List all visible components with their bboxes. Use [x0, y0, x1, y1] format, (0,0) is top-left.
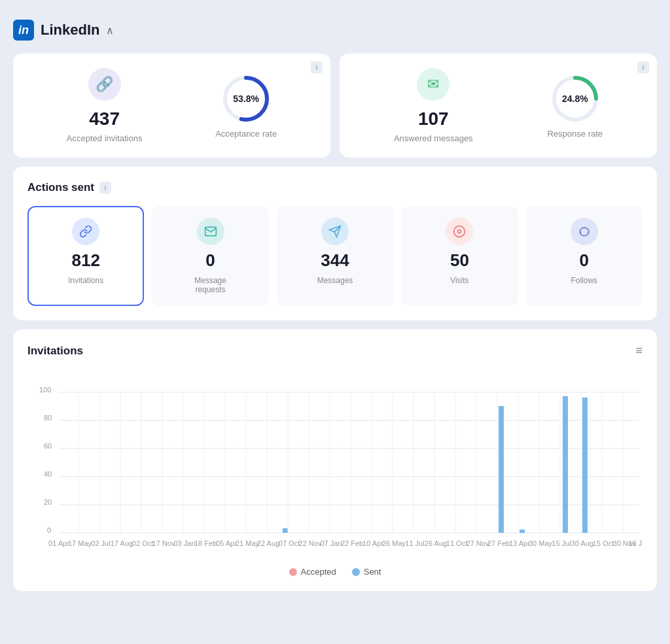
acceptance-rate-label: Acceptance rate [215, 129, 277, 139]
response-rate-stat: 24.8% Response rate [547, 73, 603, 139]
svg-text:17 Aug: 17 Aug [111, 539, 133, 547]
svg-text:22 Nov: 22 Nov [299, 539, 322, 547]
actions-section: Actions sent i 812 Invitations [13, 167, 657, 320]
svg-text:16 Jan: 16 Jan [628, 539, 643, 547]
svg-text:07 Oct: 07 Oct [279, 539, 300, 547]
response-rate-label: Response rate [547, 129, 603, 139]
answered-messages-value: 107 [418, 109, 449, 129]
svg-text:80: 80 [44, 414, 52, 422]
legend-sent: Sent [352, 567, 381, 577]
svg-point-6 [454, 226, 465, 237]
svg-rect-21 [499, 406, 504, 533]
svg-text:27 Feb: 27 Feb [487, 539, 510, 547]
svg-text:10 Apr: 10 Apr [362, 539, 383, 547]
follows-label: Follows [571, 276, 597, 285]
legend-accepted: Accepted [289, 567, 336, 577]
accepted-invitations-label: Accepted invitations [67, 133, 143, 143]
visits-action-icon [446, 218, 473, 245]
chevron-up-icon[interactable]: ∧ [106, 24, 114, 37]
actions-info-icon[interactable]: i [99, 182, 111, 194]
linkedin-icon: in [13, 20, 34, 41]
svg-text:13 Apr: 13 Apr [509, 539, 530, 547]
action-card-visits[interactable]: 50 Visits [401, 206, 518, 306]
answered-messages-stat: ✉ 107 Answered messages [394, 68, 473, 143]
actions-section-header: Actions sent i [27, 181, 643, 194]
message-requests-count: 0 [205, 250, 215, 271]
svg-text:30 May: 30 May [529, 539, 553, 547]
svg-text:21 May: 21 May [236, 539, 260, 547]
response-rate-progress: 24.8% [549, 73, 601, 125]
svg-rect-20 [283, 528, 288, 533]
invitations-info-icon[interactable]: i [311, 61, 323, 73]
follows-action-icon [571, 218, 598, 245]
svg-rect-22 [520, 530, 525, 533]
message-icon: ✉ [417, 68, 450, 101]
sent-legend-label: Sent [364, 567, 381, 577]
svg-text:20: 20 [44, 498, 52, 506]
messages-count: 344 [321, 250, 349, 271]
chart-title: Invitations [27, 345, 83, 358]
svg-text:03 Jan: 03 Jan [173, 539, 195, 547]
svg-text:02 Oct: 02 Oct [132, 539, 153, 547]
svg-text:22 Feb: 22 Feb [341, 539, 363, 547]
svg-point-7 [458, 230, 461, 233]
svg-text:17 Nov: 17 Nov [152, 539, 175, 547]
invitations-card-inner: 🔗 437 Accepted invitations 53.8% Accepta… [30, 68, 313, 143]
chart-area: .grid-line { stroke: #e0e5f0; stroke-wid… [27, 364, 643, 560]
svg-text:11 Jul: 11 Jul [405, 539, 424, 547]
svg-text:26 Aug: 26 Aug [425, 539, 447, 547]
chart-legend: Accepted Sent [27, 567, 643, 577]
svg-text:15 Jul: 15 Jul [552, 539, 571, 547]
action-card-message-requests[interactable]: 0 Messagerequests [152, 206, 268, 306]
svg-text:15 Oct: 15 Oct [593, 539, 614, 547]
action-cards: 812 Invitations 0 Messagerequests [27, 206, 643, 306]
invitations-card: i 🔗 437 Accepted invitations 53.8% [13, 54, 330, 158]
svg-text:0: 0 [47, 526, 51, 534]
action-card-invitations[interactable]: 812 Invitations [27, 206, 144, 306]
svg-text:60: 60 [44, 442, 52, 450]
svg-text:05 Apr: 05 Apr [216, 539, 237, 547]
invitations-action-icon [72, 218, 99, 245]
svg-text:40: 40 [44, 470, 52, 478]
header: in LinkedIn ∧ [13, 13, 657, 54]
response-rate-value: 24.8% [562, 93, 588, 104]
sent-legend-dot [352, 568, 360, 576]
actions-title: Actions sent [27, 181, 94, 194]
follows-count: 0 [580, 250, 589, 271]
svg-text:18 Feb: 18 Feb [194, 539, 217, 547]
chart-header: Invitations ≡ [27, 344, 643, 358]
accepted-legend-label: Accepted [301, 567, 336, 577]
svg-text:22 Aug: 22 Aug [257, 539, 279, 547]
action-card-messages[interactable]: 344 Messages [277, 206, 393, 306]
messages-info-icon[interactable]: i [637, 61, 649, 73]
invitations-count: 812 [72, 250, 100, 271]
svg-text:02 Jul: 02 Jul [91, 539, 110, 547]
messages-label: Messages [317, 276, 353, 285]
page-container: in LinkedIn ∧ i 🔗 437 Accepted invitatio… [13, 13, 657, 591]
svg-text:26 May: 26 May [382, 539, 406, 547]
visits-label: Visits [450, 276, 468, 285]
acceptance-rate-stat: 53.8% Acceptance rate [215, 73, 277, 139]
chart-svg: .grid-line { stroke: #e0e5f0; stroke-wid… [27, 364, 643, 560]
svg-text:07 Jan: 07 Jan [320, 539, 342, 547]
message-requests-action-icon [197, 218, 224, 245]
acceptance-rate-progress: 53.8% [220, 73, 272, 125]
action-card-follows[interactable]: 0 Follows [526, 206, 643, 306]
accepted-invitations-stat: 🔗 437 Accepted invitations [67, 68, 143, 143]
answered-messages-label: Answered messages [394, 133, 473, 143]
messages-action-icon [321, 218, 349, 245]
messages-card: i ✉ 107 Answered messages 24.8% Resp [340, 54, 657, 158]
accepted-invitations-value: 437 [89, 109, 120, 129]
svg-rect-24 [582, 398, 588, 533]
svg-text:100: 100 [39, 386, 51, 394]
svg-text:11 Oct: 11 Oct [446, 539, 467, 547]
svg-text:30 Aug: 30 Aug [571, 539, 593, 547]
link-icon: 🔗 [88, 68, 121, 101]
svg-text:01 Apr: 01 Apr [48, 539, 69, 547]
invitations-label: Invitations [68, 276, 103, 285]
acceptance-rate-value: 53.8% [233, 93, 259, 104]
accepted-legend-dot [289, 568, 297, 576]
page-title: LinkedIn [41, 22, 99, 39]
chart-menu-icon[interactable]: ≡ [635, 344, 643, 358]
top-stats: i 🔗 437 Accepted invitations 53.8% [13, 54, 657, 158]
